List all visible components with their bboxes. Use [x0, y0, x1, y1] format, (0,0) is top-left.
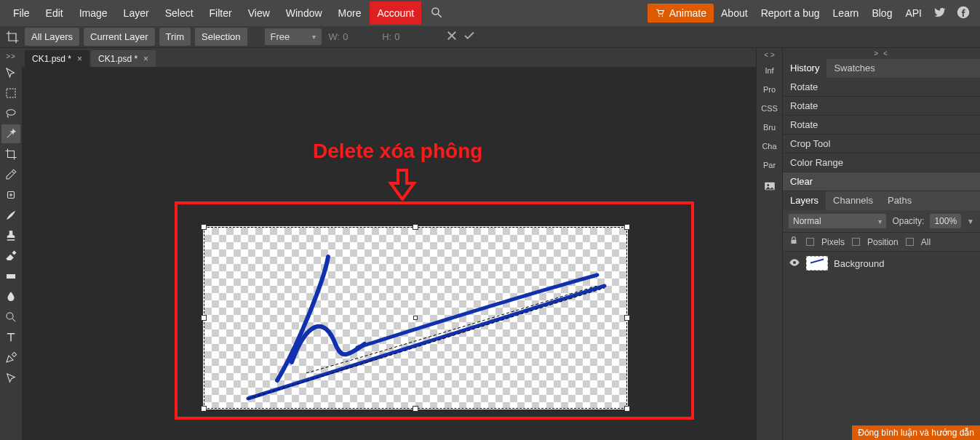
document-canvas[interactable] [204, 227, 627, 409]
link-report-bug[interactable]: Report a bug [755, 1, 826, 25]
tab-layers[interactable]: Layers [783, 191, 826, 210]
magic-wand-tool-icon[interactable] [1, 124, 20, 143]
history-item[interactable]: Clear [783, 172, 980, 191]
animate-button[interactable]: Animate [648, 4, 714, 23]
strip-css[interactable]: CSS [761, 101, 778, 116]
stamp-tool-icon[interactable] [1, 226, 20, 245]
toolbar-collapse-icon[interactable]: >> [6, 51, 16, 62]
width-input[interactable] [343, 31, 372, 42]
menu-select[interactable]: Select [158, 1, 201, 25]
pen-tool-icon[interactable] [1, 348, 20, 367]
move-tool-icon[interactable] [1, 63, 20, 82]
menu-view[interactable]: View [241, 1, 277, 25]
transform-handle[interactable] [624, 315, 630, 321]
transform-handle[interactable] [201, 224, 207, 230]
brush-tool-icon[interactable] [1, 206, 20, 225]
eraser-tool-icon[interactable] [1, 247, 20, 265]
opacity-slider-icon[interactable]: ▼ [967, 217, 974, 225]
link-api[interactable]: API [899, 1, 928, 25]
bottom-banner[interactable]: Đóng bình luận và hướng dẫn [852, 425, 980, 440]
history-item[interactable]: Crop Tool [783, 135, 980, 153]
menu-window[interactable]: Window [279, 1, 330, 25]
rect-select-tool-icon[interactable] [1, 84, 20, 103]
transform-handle[interactable] [201, 315, 207, 321]
lock-all-checkbox[interactable] [906, 238, 914, 246]
history-item[interactable]: Rotate [783, 97, 980, 116]
link-blog[interactable]: Blog [866, 1, 898, 25]
close-icon[interactable]: × [143, 54, 148, 64]
cart-icon [655, 8, 665, 18]
history-item[interactable]: Rotate [783, 78, 980, 97]
lock-position-checkbox[interactable] [852, 238, 860, 246]
annotation-title: Delete xóa phông [313, 140, 482, 163]
opt-selection[interactable]: Selection [195, 28, 247, 46]
strip-properties[interactable]: Pro [763, 82, 776, 97]
menu-filter[interactable]: Filter [202, 1, 239, 25]
path-select-tool-icon[interactable] [1, 369, 20, 388]
panels-collapse-icon[interactable]: > < [783, 48, 980, 59]
strip-info[interactable]: Inf [765, 63, 773, 78]
menu-layer[interactable]: Layer [116, 1, 156, 25]
confirm-icon[interactable] [463, 29, 476, 44]
layer-name[interactable]: Background [834, 258, 884, 269]
history-item[interactable]: Rotate [783, 116, 980, 135]
cancel-icon[interactable] [445, 29, 458, 44]
menu-file[interactable]: File [6, 1, 37, 25]
tab-history[interactable]: History [783, 59, 826, 78]
layer-row[interactable]: Background [783, 252, 980, 275]
transform-handle[interactable] [624, 406, 630, 412]
type-tool-icon[interactable] [1, 328, 20, 347]
blend-mode-dropdown[interactable]: Normal [789, 214, 886, 228]
document-tab[interactable]: CK1.psd * × [25, 50, 89, 67]
search-icon[interactable] [423, 0, 450, 27]
layer-thumbnail[interactable] [806, 256, 828, 271]
healing-tool-icon[interactable] [1, 185, 20, 204]
image-icon[interactable] [763, 180, 776, 195]
transform-handle[interactable] [201, 406, 207, 412]
tab-channels[interactable]: Channels [826, 191, 880, 210]
transform-handle[interactable] [624, 224, 630, 230]
opt-ratio-dropdown[interactable]: Free [265, 28, 322, 45]
tab-swatches[interactable]: Swatches [826, 59, 882, 78]
canvas-area[interactable]: Delete xóa phông [22, 67, 756, 440]
gradient-tool-icon[interactable] [1, 267, 20, 286]
transform-handle[interactable] [413, 224, 418, 230]
tab-paths[interactable]: Paths [880, 191, 919, 210]
crop-tool-icon[interactable] [1, 145, 20, 164]
transform-handle[interactable] [413, 406, 418, 412]
svg-point-6 [7, 110, 15, 116]
facebook-icon[interactable] [952, 3, 974, 24]
document-tab[interactable]: CK1.psd * × [91, 50, 156, 67]
strip-brush[interactable]: Bru [763, 120, 776, 135]
strip-collapse-icon[interactable]: < > [764, 51, 774, 59]
transform-center-handle[interactable] [413, 316, 418, 320]
menu-account[interactable]: Account [370, 1, 421, 25]
twitter-icon[interactable] [929, 3, 951, 24]
lasso-tool-icon[interactable] [1, 104, 20, 123]
blur-tool-icon[interactable] [1, 287, 20, 306]
strip-character[interactable]: Cha [762, 139, 776, 153]
visibility-icon[interactable] [789, 257, 800, 271]
strip-paragraph[interactable]: Par [763, 158, 776, 172]
layers-channels-paths-tabs: Layers Channels Paths [783, 191, 980, 210]
opt-height-field: H: [379, 31, 426, 42]
left-toolbar: >> [0, 48, 22, 440]
menu-more[interactable]: More [331, 1, 369, 25]
menu-edit[interactable]: Edit [39, 1, 71, 25]
link-about[interactable]: About [715, 1, 754, 25]
history-item[interactable]: Color Range [783, 153, 980, 172]
lock-pixels-checkbox[interactable] [806, 238, 814, 246]
opt-trim[interactable]: Trim [159, 28, 191, 46]
link-learn[interactable]: Learn [827, 1, 865, 25]
menu-image[interactable]: Image [72, 1, 115, 25]
close-icon[interactable]: × [77, 54, 82, 64]
crop-icon[interactable] [4, 29, 20, 45]
opt-all-layers[interactable]: All Layers [25, 28, 79, 46]
opacity-value[interactable]: 100% [930, 214, 961, 228]
opt-current-layer[interactable]: Current Layer [84, 28, 154, 46]
height-input[interactable] [394, 31, 423, 42]
dodge-tool-icon[interactable] [1, 308, 20, 327]
w-label: W: [329, 31, 340, 42]
eyedropper-tool-icon[interactable] [1, 165, 20, 184]
svg-point-9 [7, 313, 13, 319]
